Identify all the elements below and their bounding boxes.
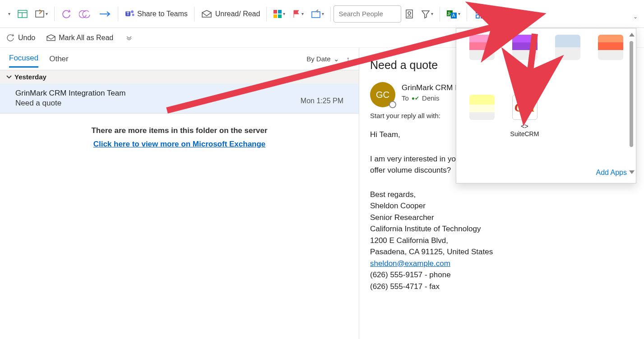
presence-check-icon: ●✔ [412, 94, 419, 102]
group-header-yesterday[interactable]: Yesterday [0, 70, 359, 83]
redo-button[interactable] [96, 5, 114, 23]
suitecrm-icon: GM [512, 95, 537, 120]
addins-scrollbar[interactable] [630, 33, 634, 174]
message-list-item[interactable]: GrinMark CRM Integration Team Need a quo… [0, 83, 359, 114]
addins-popover: GM <> SuiteCRM Add Apps [456, 28, 636, 183]
undo-quick-button[interactable]: Undo [5, 29, 38, 47]
sender-avatar[interactable]: GC [370, 82, 395, 107]
folder-more-message: There are more items in this folder on t… [0, 114, 359, 137]
mark-all-read-label: Mark All as Read [59, 34, 113, 42]
sort-label: By Date [306, 55, 330, 63]
scroll-down-icon[interactable] [629, 170, 635, 174]
svg-point-6 [131, 10, 134, 13]
undo-label: Undo [18, 34, 35, 42]
svg-point-7 [132, 14, 134, 16]
svg-rect-25 [505, 13, 506, 17]
rules-button[interactable]: ▾ [308, 5, 327, 23]
toolbar-dropdown[interactable]: ▾ [5, 5, 13, 23]
insights-button[interactable] [497, 5, 513, 23]
undo-button[interactable] [58, 5, 74, 23]
addin-app-2[interactable] [505, 35, 544, 89]
unread-read-button[interactable]: Unread/ Read [198, 5, 263, 23]
undo-all-button[interactable] [76, 5, 94, 23]
sort-control[interactable]: By Date ⌄ ↑ [306, 55, 350, 63]
addin-app-3[interactable] [548, 35, 587, 89]
sort-ascending-icon[interactable]: ↑ [347, 55, 350, 63]
scroll-thumb[interactable] [630, 41, 633, 147]
tab-focused[interactable]: Focused [9, 50, 38, 68]
add-apps-link[interactable]: Add Apps [596, 169, 627, 176]
svg-rect-19 [476, 10, 479, 13]
message-list-pane: Focused Other By Date ⌄ ↑ Yesterday Grin… [0, 48, 359, 339]
svg-rect-0 [18, 10, 27, 18]
chevron-down-icon: ⌄ [334, 55, 339, 63]
svg-point-27 [522, 13, 524, 15]
layout-button[interactable] [15, 5, 30, 23]
svg-point-29 [529, 13, 531, 15]
svg-point-14 [408, 12, 411, 14]
svg-text:A: A [452, 13, 455, 18]
chevron-down-icon [6, 74, 12, 80]
flag-button[interactable]: ▾ [290, 5, 306, 23]
addin-app-1[interactable] [463, 35, 501, 89]
addin-app-5[interactable] [463, 95, 501, 164]
presence-indicator [389, 101, 396, 108]
message-from: GrinMark CRM Integration Team [15, 89, 343, 98]
svg-rect-20 [481, 10, 484, 13]
mark-all-read-button[interactable]: Mark All as Read [43, 29, 116, 47]
quick-actions-more[interactable] [123, 29, 135, 47]
svg-rect-21 [476, 15, 479, 18]
ribbon-toolbar: ▾ ▾ T Share to Teams Unread/ Read ▾ ▾ ▾ … [0, 0, 644, 28]
message-date: Mon 1:25 PM [301, 97, 343, 105]
svg-rect-10 [273, 14, 277, 18]
search-people-input[interactable] [334, 5, 401, 23]
translate-button[interactable]: あA▾ [444, 5, 463, 23]
ribbon-expand-button[interactable]: ⌄ [630, 8, 640, 26]
svg-rect-13 [406, 10, 412, 18]
more-button[interactable] [518, 5, 534, 23]
archive-button[interactable]: ▾ [32, 5, 51, 23]
addin-app-suitecrm[interactable]: GM <> SuiteCRM [505, 95, 544, 164]
message-subject: Need a quote [15, 99, 343, 108]
scroll-up-icon[interactable] [629, 33, 635, 37]
unread-read-label: Unread/ Read [215, 10, 260, 18]
filter-button[interactable]: ▾ [418, 5, 436, 23]
svg-rect-26 [507, 11, 508, 17]
svg-rect-9 [278, 10, 282, 14]
svg-rect-12 [312, 12, 320, 18]
share-teams-button[interactable]: T Share to Teams [122, 5, 190, 23]
categories-button[interactable]: ▾ [270, 5, 288, 23]
addin-caption-line1: <> [521, 123, 528, 130]
address-book-button[interactable] [402, 5, 417, 23]
signature-email-link[interactable]: sheldon@example.com [370, 259, 450, 268]
svg-point-28 [525, 13, 527, 15]
view-more-link[interactable]: Click here to view more on Microsoft Exc… [93, 140, 266, 148]
svg-rect-24 [502, 14, 504, 17]
svg-text:T: T [126, 11, 129, 16]
addin-app-4[interactable] [591, 35, 630, 89]
share-teams-label: Share to Teams [137, 10, 188, 18]
svg-rect-11 [278, 14, 282, 18]
svg-rect-22 [481, 15, 484, 18]
svg-rect-8 [273, 10, 277, 14]
tab-other[interactable]: Other [49, 51, 69, 67]
addin-caption-line2: SuiteCRM [510, 130, 539, 138]
all-apps-button[interactable] [471, 5, 490, 23]
